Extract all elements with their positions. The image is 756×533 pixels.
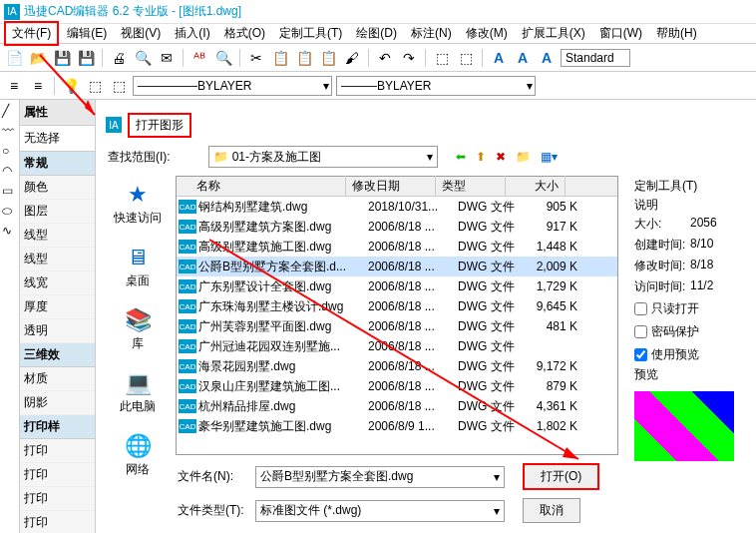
col-type[interactable]: 类型 [436, 176, 506, 197]
menu-modify[interactable]: 修改(M) [460, 23, 514, 44]
file-row[interactable]: CAD海景花园别墅.dwg2006/8/18 ...DWG 文件9,172 K [177, 356, 617, 376]
preview-checkbox[interactable] [634, 348, 647, 361]
text-a2-icon[interactable]: A [513, 48, 533, 68]
rect-icon[interactable]: ▭ [2, 184, 18, 200]
paste-icon[interactable]: 📋 [294, 48, 314, 68]
open-icon[interactable]: 📂 [28, 48, 48, 68]
menu-edit[interactable]: 编辑(E) [61, 23, 113, 44]
layerstate-icon[interactable]: ≡ [28, 76, 48, 96]
place-快速访问[interactable]: ★快速访问 [114, 182, 162, 227]
text-a-icon[interactable]: A [489, 48, 509, 68]
prop-row[interactable]: 线宽 [20, 271, 95, 295]
tool1-icon[interactable]: ⬚ [432, 48, 452, 68]
layer-tool2-icon[interactable]: ⬚ [109, 76, 129, 96]
paste2-icon[interactable]: 📋 [318, 48, 338, 68]
print-icon[interactable]: 🖨 [109, 48, 129, 68]
file-row[interactable]: CAD高级别墅建筑施工图.dwg2006/8/18 ...DWG 文件1,448… [177, 237, 617, 257]
readonly-checkbox[interactable] [634, 302, 647, 315]
file-row[interactable]: CAD豪华别墅建筑施工图.dwg2006/8/9 1...DWG 文件1,802… [177, 416, 617, 436]
prop-group-general[interactable]: 常规 [20, 152, 95, 176]
undo-icon[interactable]: ↶ [375, 48, 395, 68]
prop-row[interactable]: 材质 [20, 367, 95, 391]
file-row[interactable]: CAD广州芙蓉别墅平面图.dwg2006/8/18 ...DWG 文件481 K [177, 316, 617, 336]
prop-row[interactable]: 线型 [20, 248, 95, 271]
copy-icon[interactable]: 📋 [270, 48, 290, 68]
layer-tool-icon[interactable]: ⬚ [85, 76, 105, 96]
circle-icon[interactable]: ○ [2, 144, 18, 160]
prop-row[interactable]: 图层 [20, 200, 95, 224]
open-button[interactable]: 打开(O) [523, 463, 599, 490]
redo-icon[interactable]: ↷ [399, 48, 419, 68]
layer-icon[interactable]: ≡ [4, 76, 24, 96]
file-row[interactable]: CAD公爵B型别墅方案全套图.d...2006/8/18 ...DWG 文件2,… [177, 257, 617, 276]
line-icon[interactable]: ╱ [2, 104, 18, 120]
file-row[interactable]: CAD钢结构别墅建筑.dwg2018/10/31...DWG 文件905 K [177, 197, 617, 217]
prop-row[interactable]: 打印 [20, 511, 95, 533]
menu-format[interactable]: 格式(O) [218, 23, 271, 44]
filetype-select[interactable]: 标准图文件 (*.dwg)▾ [255, 500, 505, 522]
file-row[interactable]: CAD广州冠迪花园双连别墅施...2006/8/18 ...DWG 文件 [177, 336, 617, 356]
prop-row[interactable]: 厚度 [20, 295, 95, 319]
menu-help[interactable]: 帮助(H) [650, 23, 703, 44]
col-name[interactable]: 名称 [177, 176, 346, 197]
arc-icon[interactable]: ◠ [2, 164, 18, 180]
new-icon[interactable]: 📄 [4, 48, 24, 68]
up-icon[interactable]: ⬆ [476, 150, 486, 164]
password-checkbox[interactable] [634, 325, 647, 338]
menu-draw[interactable]: 绘图(D) [350, 23, 403, 44]
lineweight-select[interactable]: ———BYLAYER▾ [336, 76, 536, 96]
file-row[interactable]: CAD高级别墅建筑方案图.dwg2006/8/18 ...DWG 文件917 K [177, 217, 617, 237]
prop-row[interactable]: 透明 [20, 319, 95, 343]
file-size: 1,448 K [528, 240, 587, 254]
prop-group-print[interactable]: 打印样 [20, 415, 95, 439]
menu-view[interactable]: 视图(V) [115, 23, 167, 44]
save-icon[interactable]: 💾 [52, 48, 72, 68]
ellipse-icon[interactable]: ⬭ [2, 204, 18, 220]
linetype-select[interactable]: —————BYLAYER▾ [133, 76, 332, 96]
folder-select[interactable]: 📁 01-方案及施工图 ▾ [208, 146, 438, 168]
menu-exttools[interactable]: 扩展工具(X) [516, 23, 591, 44]
prop-group-3d[interactable]: 三维效 [20, 343, 95, 367]
col-date[interactable]: 修改日期 [346, 176, 436, 197]
menu-insert[interactable]: 插入(I) [169, 23, 215, 44]
file-row[interactable]: CAD汉泉山庄别墅建筑施工图...2006/8/18 ...DWG 文件879 … [177, 376, 617, 396]
col-size[interactable]: 大小 [506, 176, 566, 197]
prop-row[interactable]: 颜色 [20, 176, 95, 200]
menu-customtools[interactable]: 定制工具(T) [273, 23, 348, 44]
delete-icon[interactable]: ✖ [496, 150, 506, 164]
file-row[interactable]: CAD杭州精品排屋.dwg2006/8/18 ...DWG 文件4,361 K [177, 396, 617, 416]
file-row[interactable]: CAD广东别墅设计全套图.dwg2006/8/18 ...DWG 文件1,729… [177, 276, 617, 296]
place-此电脑[interactable]: 💻此电脑 [120, 370, 156, 415]
prop-row[interactable]: 打印 [20, 487, 95, 511]
back-icon[interactable]: ⬅ [456, 150, 466, 164]
menu-file[interactable]: 文件(F) [4, 21, 59, 46]
find-icon[interactable]: 🔍 [213, 48, 233, 68]
text-a3-icon[interactable]: A [537, 48, 557, 68]
file-row[interactable]: CAD广东珠海别墅主楼设计.dwg2006/8/18 ...DWG 文件9,64… [177, 296, 617, 316]
spline-icon[interactable]: ∿ [2, 224, 18, 240]
polyline-icon[interactable]: 〰 [2, 124, 18, 140]
bulb-icon[interactable]: 💡 [61, 76, 81, 96]
place-库[interactable]: 📚库 [125, 307, 152, 352]
prop-row[interactable]: 打印 [20, 463, 95, 487]
cut-icon[interactable]: ✂ [246, 48, 266, 68]
spell-icon[interactable]: ᴬᴮ [189, 48, 209, 68]
saveas-icon[interactable]: 💾 [76, 48, 96, 68]
mail-icon[interactable]: ✉ [157, 48, 177, 68]
menu-dimension[interactable]: 标注(N) [405, 23, 458, 44]
cancel-button[interactable]: 取消 [523, 498, 580, 523]
viewmode-icon[interactable]: ▦▾ [541, 150, 558, 164]
prop-row[interactable]: 线型 [20, 224, 95, 248]
tool2-icon[interactable]: ⬚ [456, 48, 476, 68]
prop-row[interactable]: 打印 [20, 439, 95, 463]
text-style-select[interactable]: Standard [561, 49, 630, 67]
filename-input[interactable]: 公爵B型别墅方案全套图.dwg▾ [255, 466, 505, 488]
prop-row[interactable]: 阴影 [20, 391, 95, 415]
place-桌面[interactable]: 🖥桌面 [126, 245, 150, 289]
file-type: DWG 文件 [458, 318, 528, 335]
matchprop-icon[interactable]: 🖌 [342, 48, 362, 68]
preview-icon[interactable]: 🔍 [133, 48, 153, 68]
menu-window[interactable]: 窗口(W) [593, 23, 648, 44]
newfolder-icon[interactable]: 📁 [516, 150, 531, 164]
file-date: 2018/10/31... [368, 200, 458, 214]
